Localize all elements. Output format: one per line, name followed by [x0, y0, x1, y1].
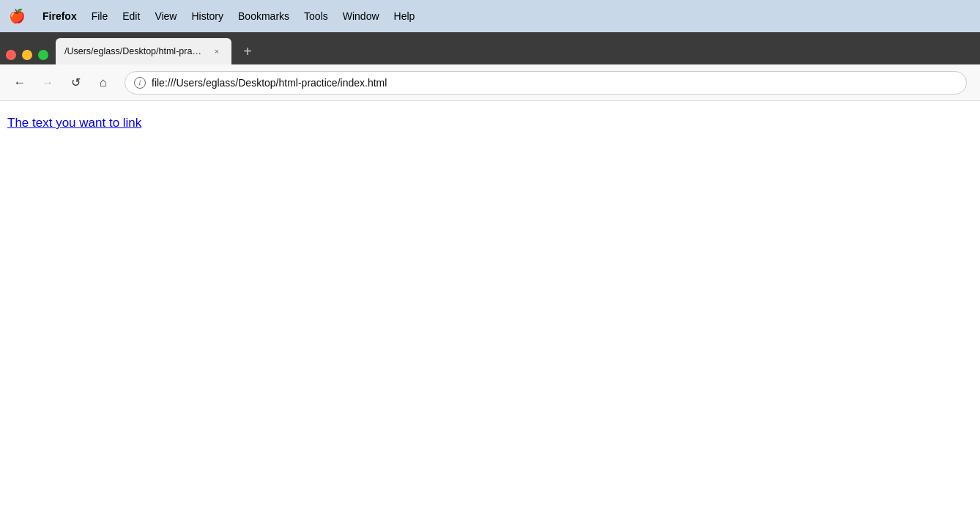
back-arrow-icon: ← — [14, 75, 26, 90]
window-maximize-button[interactable] — [38, 50, 48, 60]
menu-item-help[interactable]: Help — [387, 10, 423, 22]
tab-close-button[interactable]: × — [211, 45, 223, 57]
menu-item-window[interactable]: Window — [335, 10, 387, 22]
forward-button[interactable]: → — [35, 70, 60, 95]
security-info-icon[interactable]: i — [134, 77, 146, 89]
home-button[interactable]: ⌂ — [91, 70, 116, 95]
menu-bar: 🍎 Firefox File Edit View History Bookmar… — [0, 0, 980, 32]
nav-bar: ← → ↺ ⌂ i file:///Users/eglass/Desktop/h… — [0, 64, 980, 101]
menu-item-edit[interactable]: Edit — [115, 10, 147, 22]
back-button[interactable]: ← — [7, 70, 32, 95]
menu-item-tools[interactable]: Tools — [297, 10, 335, 22]
menu-item-view[interactable]: View — [147, 10, 184, 22]
menu-item-firefox[interactable]: Firefox — [35, 10, 84, 22]
tab-title: /Users/eglass/Desktop/html-practic — [64, 46, 205, 56]
menu-item-file[interactable]: File — [84, 10, 116, 22]
menu-item-bookmarks[interactable]: Bookmarks — [231, 10, 297, 22]
tab-bar: /Users/eglass/Desktop/html-practic × + — [0, 32, 980, 64]
home-icon: ⌂ — [100, 75, 107, 90]
url-text: file:///Users/eglass/Desktop/html-practi… — [152, 77, 387, 89]
page-content: The text you want to link — [0, 101, 980, 145]
window-close-button[interactable] — [6, 50, 16, 60]
window-minimize-button[interactable] — [22, 50, 32, 60]
reload-icon: ↺ — [71, 75, 81, 89]
reload-button[interactable]: ↺ — [63, 70, 88, 95]
browser-tab[interactable]: /Users/eglass/Desktop/html-practic × — [56, 38, 231, 64]
page-link[interactable]: The text you want to link — [7, 116, 141, 130]
forward-arrow-icon: → — [42, 76, 53, 89]
menu-item-history[interactable]: History — [184, 10, 231, 22]
new-tab-button[interactable]: + — [236, 40, 259, 63]
apple-logo-icon[interactable]: 🍎 — [9, 8, 25, 24]
url-bar[interactable]: i file:///Users/eglass/Desktop/html-prac… — [125, 71, 967, 95]
